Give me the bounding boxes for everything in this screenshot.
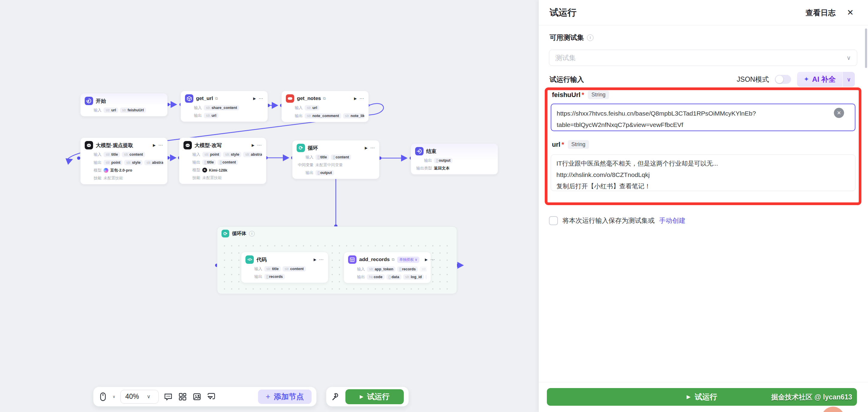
add-node-button[interactable]: + 添加节点 (258, 389, 312, 404)
type-prefix: [] (333, 155, 335, 159)
node-row: 输出类型返回文本 (415, 166, 494, 171)
var-name: url (212, 114, 216, 118)
var-name: note_comment (312, 114, 339, 118)
comment-icon[interactable] (163, 392, 173, 402)
play-icon[interactable]: ▶ (153, 143, 156, 147)
more-icon[interactable]: ⋯ (257, 143, 262, 148)
node-header: get_url⧉▶⋯ (185, 94, 264, 103)
workflow-canvas[interactable]: ⟳ 循环体 i 开始输入str.urlstr.feishuUrlget_url⧉… (0, 0, 539, 412)
row-label: 输入 (348, 266, 365, 272)
zoom-select[interactable]: 40% ∨ (120, 390, 159, 404)
row-label: 输入 (297, 154, 313, 160)
type-prefix: str. (225, 152, 230, 156)
loop-body-title: 循环体 (232, 231, 246, 237)
zoom-value: 40% (125, 392, 139, 401)
export-image-icon[interactable] (192, 392, 202, 402)
row-label: 输出类型 (415, 166, 432, 171)
testset-select[interactable]: 测试集 ∨ (549, 50, 857, 66)
node-code[interactable]: </>代码▶⋯输入str.titlestr.content输出[]records (241, 252, 328, 283)
frame-select-icon[interactable] (207, 392, 216, 402)
chevron-down-icon[interactable]: ∨ (113, 394, 116, 399)
play-icon[interactable]: ▶ (252, 143, 254, 147)
node-header: 大模型·改写▶⋯ (184, 141, 262, 149)
more-icon[interactable]: ⋯ (319, 257, 324, 262)
node-row: 输入[]title[]content (297, 154, 375, 160)
start-icon (85, 97, 93, 105)
ai-complete-button[interactable]: ✦ AI 补全 (797, 72, 842, 87)
node-title: get_notes (297, 95, 321, 101)
play-icon[interactable]: ▶ (425, 258, 427, 262)
var-name: feishuUrl (127, 108, 144, 112)
var-tag: str.msg (426, 274, 427, 279)
close-icon[interactable]: ✕ (847, 9, 854, 17)
var-name: records (269, 274, 283, 279)
canvas-toolbar: ∨ 40% ∨ + 添加节点 (93, 387, 317, 407)
node-loop[interactable]: ⟳循环▶⋯输入[]title[]content中间变量未配置中间变量输出[]ou… (292, 140, 379, 179)
row-tags: str.pointstr.stylestr.abstractstr.title⋯ (103, 159, 163, 165)
ai-complete-menu-button[interactable]: ∨ (842, 72, 855, 87)
var-name: content (222, 160, 236, 165)
node-row: 输入str.app_token[]recordsstr.table_id⋯ (348, 266, 427, 272)
var-tag: str.url (305, 105, 319, 111)
play-icon[interactable]: ▶ (365, 146, 368, 150)
node-row: 输出str.pointstr.stylestr.abstractstr.titl… (85, 159, 163, 165)
run-label: 试运行 (367, 392, 390, 402)
node-end[interactable]: 结束输出[]output输出类型返回文本 (411, 143, 498, 175)
node-row: 模型KKimi-128k (184, 167, 262, 173)
node-row: 输入str.pointstr.stylestr.abstractstr.titl… (184, 152, 262, 157)
save-testset-checkbox[interactable] (549, 216, 558, 225)
node-llm_extract[interactable]: 大模型·观点提取▶⋯输入str.titlestr.content输出str.po… (80, 138, 167, 184)
row-tags: str.app_token[]recordsstr.table_id⋯ (367, 266, 427, 272)
clear-icon[interactable]: ✕ (834, 108, 844, 118)
node-get_notes[interactable]: get_notes⧉▶⋯输入str.url输出str.note_comments… (281, 91, 369, 122)
run-input-row: 试运行输入 JSON模式 ✦ AI 补全 ∨ (550, 71, 855, 87)
play-icon[interactable]: ▶ (253, 96, 256, 100)
node-title: 大模型·改写 (194, 142, 222, 149)
scrollbar-thumb[interactable] (865, 28, 867, 68)
canvas-run-button[interactable]: ▶ 试运行 (345, 389, 404, 404)
type-prefix: [] (317, 155, 320, 159)
field-label-url: url * String (552, 140, 589, 149)
manual-create-link[interactable]: 手动创建 (659, 216, 685, 225)
more-icon[interactable]: ⋯ (430, 257, 435, 262)
kimi-icon: K (202, 168, 207, 173)
row-tags: []output (315, 170, 334, 175)
node-start[interactable]: 开始输入str.urlstr.feishuUrl (80, 93, 167, 116)
url-textarea[interactable]: IT行业跟中医虽然毫不相关，但是这两个行业却是可以无... http://xhs… (551, 154, 856, 191)
run-toolbar: ▶ 试运行 (326, 387, 409, 407)
type-prefix: str. (106, 152, 111, 156)
row-tags: str.urlstr.feishuUrl (103, 108, 146, 113)
node-add_records[interactable]: add_records⧉单独授权 ∨▶⋯输入str.app_token[]rec… (344, 252, 431, 283)
var-tag: []content (218, 159, 238, 165)
ai-complete-label: AI 补全 (812, 75, 836, 84)
panel-run-button[interactable]: ▶ 试运行 掘金技术社区 @ lycan613 (547, 388, 857, 406)
plugin-icon: ⧉ (215, 96, 218, 101)
testset-label-text: 可用测试集 (550, 33, 584, 42)
var-tag: []output (315, 170, 334, 175)
var-tag: str.url (204, 113, 218, 118)
auth-badge[interactable]: 单独授权 ∨ (397, 257, 419, 263)
info-icon: i (587, 34, 593, 41)
more-icon[interactable]: ⋯ (370, 145, 375, 151)
row-label: 技能 (85, 175, 101, 181)
loop-icon: ⟳ (221, 230, 229, 237)
node-header: </>代码▶⋯ (245, 256, 324, 264)
view-logs-link[interactable]: 查看日志 (805, 8, 835, 18)
more-icon[interactable]: ⋯ (158, 143, 163, 148)
row-label: 输入 (85, 108, 101, 113)
json-mode-toggle[interactable] (775, 75, 791, 84)
workflow-editor: ⟳ 循环体 i 开始输入str.urlstr.feishuUrlget_url⧉… (0, 0, 868, 412)
mouse-mode-icon[interactable] (98, 392, 108, 402)
feishuUrl-input[interactable]: https://shxx7htvcs.feishu.cn/base/Q8mpbL… (551, 104, 856, 131)
auto-layout-icon[interactable] (178, 392, 187, 402)
play-icon[interactable]: ▶ (354, 96, 357, 100)
more-icon[interactable]: ⋯ (258, 96, 264, 101)
node-row: 输出[]output (297, 170, 375, 175)
more-icon[interactable]: ⋯ (360, 96, 364, 101)
type-prefix: str. (206, 106, 211, 110)
row-label: 技能 (184, 175, 200, 181)
wrench-icon[interactable] (331, 392, 341, 402)
node-get_url[interactable]: get_url⧉▶⋯输入str.share_content输出str.url (181, 91, 268, 122)
play-icon[interactable]: ▶ (314, 258, 316, 262)
node-llm_rewrite[interactable]: 大模型·改写▶⋯输入str.pointstr.stylestr.abstract… (179, 138, 267, 184)
